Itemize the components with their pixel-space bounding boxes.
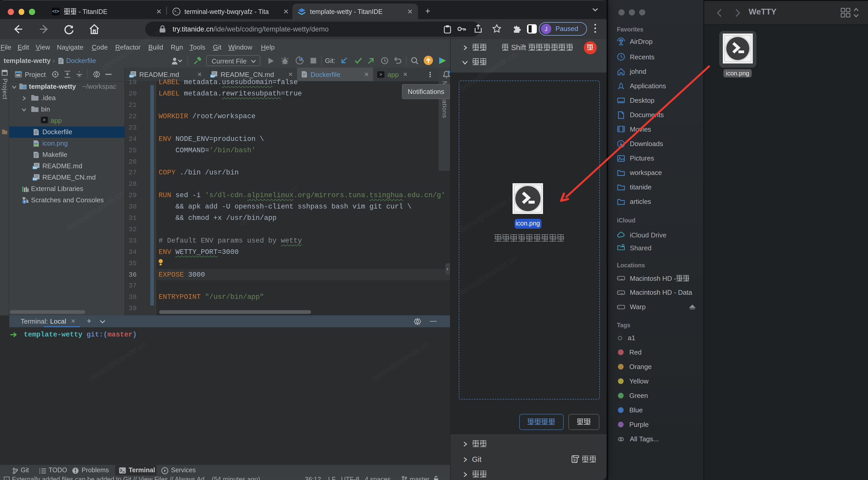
svg-text:MD: MD bbox=[33, 177, 37, 181]
svg-text:MD: MD bbox=[33, 166, 37, 169]
